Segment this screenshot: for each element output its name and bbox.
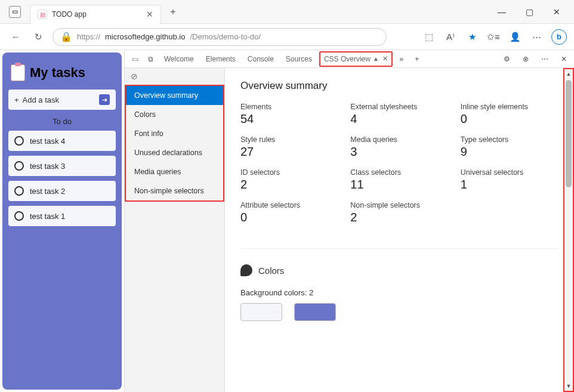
stat-value: 54 xyxy=(240,112,338,126)
stat-value: 11 xyxy=(350,178,448,192)
refresh-button[interactable]: ↻ xyxy=(30,29,47,45)
palette-icon xyxy=(240,264,252,276)
tab-title: TODO app xyxy=(52,10,141,18)
task-checkbox[interactable] xyxy=(14,186,24,196)
favorites-bar-icon[interactable]: ✩≡ xyxy=(487,30,500,44)
sidebar-item-font-info[interactable]: Font info xyxy=(126,124,223,143)
close-window-button[interactable]: ✕ xyxy=(548,3,566,21)
shopping-icon[interactable]: ⬚ xyxy=(422,30,436,44)
stat-type-selectors: Type selectors9 xyxy=(461,135,558,159)
devtools-tab-welcome[interactable]: Welcome xyxy=(159,51,199,67)
stat-value: 1 xyxy=(461,178,558,192)
back-button[interactable]: ← xyxy=(7,29,24,45)
stat-media-queries: Media queries3 xyxy=(350,135,448,159)
window-titlebar: ▭ ▤ TODO app ✕ + — ▢ ✕ xyxy=(0,0,574,24)
stat-inline-style-elements: Inline style elements0 xyxy=(461,103,558,126)
sidebar-item-colors[interactable]: Colors xyxy=(126,105,223,124)
stat-value: 2 xyxy=(350,211,448,224)
profile-icon[interactable]: 👤 xyxy=(508,30,521,44)
scrollbar[interactable]: ▲ ▼ xyxy=(563,68,574,392)
task-checkbox[interactable] xyxy=(14,136,24,146)
task-item[interactable]: test task 3 xyxy=(8,156,116,176)
todo-app: My tasks + Add a task ➔ To do test task … xyxy=(2,53,122,390)
stat-style-rules: Style rules27 xyxy=(240,135,338,159)
url-path: /Demos/demo-to-do/ xyxy=(190,32,261,41)
task-checkbox[interactable] xyxy=(14,211,24,221)
menu-icon[interactable]: ⋯ xyxy=(530,30,543,44)
issues-icon[interactable]: ⊗ xyxy=(519,55,532,63)
new-tab-button[interactable]: + xyxy=(165,4,181,20)
sidebar-item-non-simple-selectors[interactable]: Non-simple selectors xyxy=(126,181,223,200)
stat-value: 2 xyxy=(240,178,338,192)
more-tabs-icon[interactable]: » xyxy=(395,55,408,63)
maximize-button[interactable]: ▢ xyxy=(520,3,538,21)
add-task-input[interactable]: + Add a task ➔ xyxy=(8,89,116,110)
clipboard-icon xyxy=(11,64,25,81)
stat-attribute-selectors: Attribute selectors0 xyxy=(240,201,338,224)
devtools-menu-icon[interactable]: ⋯ xyxy=(538,55,551,63)
settings-icon[interactable]: ⚙ xyxy=(500,55,513,63)
pin-icon: ▲ xyxy=(373,55,379,62)
scroll-up-icon[interactable]: ▲ xyxy=(566,69,572,79)
color-swatch[interactable] xyxy=(294,303,336,321)
stat-label: Attribute selectors xyxy=(240,201,338,209)
stat-value: 0 xyxy=(461,112,558,126)
url-host: microsoftedge.github.io xyxy=(105,32,185,41)
stat-non-simple-selectors: Non-simple selectors2 xyxy=(350,201,448,224)
devtools-tab-elements[interactable]: Elements xyxy=(201,51,240,67)
sidebar-item-media-queries[interactable]: Media queries xyxy=(126,162,223,181)
stat-label: Media queries xyxy=(350,135,448,144)
css-overview-main: Overview summary Elements54External styl… xyxy=(225,68,574,392)
bg-colors-label: Background colors: 2 xyxy=(240,288,558,297)
browser-tab[interactable]: ▤ TODO app ✕ xyxy=(30,5,161,24)
task-label: test task 1 xyxy=(30,212,65,221)
inspect-icon[interactable]: ▭ xyxy=(128,55,141,63)
todo-title: My tasks xyxy=(30,65,85,81)
devtools-tab-sources[interactable]: Sources xyxy=(281,51,317,67)
url-protocol: https:// xyxy=(77,32,100,41)
bing-icon[interactable]: b xyxy=(551,29,567,45)
stat-value: 27 xyxy=(240,145,338,159)
plus-icon: + xyxy=(14,95,19,104)
close-tab-icon[interactable]: ✕ xyxy=(382,55,388,63)
stat-class-selectors: Class selectors11 xyxy=(350,168,448,192)
task-label: test task 4 xyxy=(30,137,65,146)
stat-external-stylesheets: External stylesheets4 xyxy=(350,103,448,126)
devtools-panel: ▭ ⧉ WelcomeElementsConsoleSourcesCSS Ove… xyxy=(124,50,574,392)
add-tab-icon[interactable]: + xyxy=(411,55,424,63)
lock-icon: 🔒 xyxy=(60,31,72,42)
sidebar-item-unused-declarations[interactable]: Unused declarations xyxy=(126,143,223,162)
url-input[interactable]: 🔒 https://microsoftedge.github.io/Demos/… xyxy=(53,28,387,46)
close-devtools-icon[interactable]: ✕ xyxy=(557,55,570,63)
todo-section-label: To do xyxy=(8,117,116,126)
read-aloud-icon[interactable]: A⁾ xyxy=(444,30,457,44)
scroll-down-icon[interactable]: ▼ xyxy=(566,381,572,391)
devtools-tab-css-overview[interactable]: CSS Overview▲✕ xyxy=(319,51,393,67)
tab-actions-icon[interactable]: ▭ xyxy=(0,6,30,18)
css-overview-sidebar: ⊘ Overview summaryColorsFont infoUnused … xyxy=(125,68,225,392)
task-item[interactable]: test task 1 xyxy=(8,206,116,226)
devtools-tabs: ▭ ⧉ WelcomeElementsConsoleSourcesCSS Ove… xyxy=(125,50,574,68)
sidebar-item-overview-summary[interactable]: Overview summary xyxy=(126,86,223,105)
stat-value: 0 xyxy=(240,211,338,224)
stat-label: Type selectors xyxy=(461,135,558,144)
minimize-button[interactable]: — xyxy=(493,3,511,21)
devtools-tab-console[interactable]: Console xyxy=(243,51,279,67)
task-checkbox[interactable] xyxy=(14,161,24,171)
stat-label: Style rules xyxy=(240,135,338,144)
favorite-icon[interactable]: ★ xyxy=(465,30,479,44)
scroll-thumb[interactable] xyxy=(566,80,572,187)
device-icon[interactable]: ⧉ xyxy=(144,55,157,63)
address-bar: ← ↻ 🔒 https://microsoftedge.github.io/De… xyxy=(0,24,574,50)
submit-icon[interactable]: ➔ xyxy=(99,94,110,105)
color-swatch[interactable] xyxy=(240,303,282,321)
task-item[interactable]: test task 2 xyxy=(8,181,116,201)
add-task-label: Add a task xyxy=(23,95,59,104)
stat-label: Universal selectors xyxy=(461,168,558,177)
close-tab-icon[interactable]: ✕ xyxy=(146,10,153,19)
task-item[interactable]: test task 4 xyxy=(8,131,116,151)
overview-heading: Overview summary xyxy=(240,80,558,92)
task-label: test task 2 xyxy=(30,187,65,196)
clear-icon[interactable]: ⊘ xyxy=(125,68,224,85)
stat-value: 9 xyxy=(461,145,558,159)
